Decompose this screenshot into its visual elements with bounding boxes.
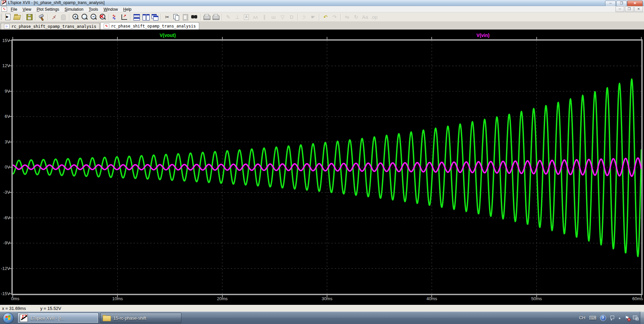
network-icon[interactable] bbox=[633, 316, 639, 320]
y-tick-label: 15V bbox=[0, 38, 10, 43]
run-simulation-icon[interactable]: メ bbox=[50, 13, 58, 21]
show-desktop-button[interactable] bbox=[640, 312, 644, 324]
waveform-plot-area[interactable]: V(vout)V(vin)15V12V9V6V3V0V-3V-6V-9V-12V… bbox=[0, 30, 644, 305]
y-tick-mark bbox=[9, 243, 11, 243]
x-tick-mark bbox=[117, 37, 118, 39]
taskbar-button-folder[interactable]: 15-rc-phase-shift bbox=[100, 313, 181, 323]
plot-frame bbox=[11, 39, 643, 295]
y-tick-label: -12V bbox=[0, 266, 10, 271]
control-panel-icon[interactable] bbox=[38, 13, 46, 21]
folder-icon bbox=[103, 315, 111, 321]
x-tick-mark bbox=[327, 37, 327, 39]
menu-plot-settings[interactable]: Plot Settings bbox=[34, 6, 62, 12]
menu-window[interactable]: Window bbox=[101, 6, 121, 12]
menu-view[interactable]: View bbox=[20, 6, 34, 12]
ltspice-logo-icon: 17 bbox=[1, 0, 6, 6]
plot-settings-axes-icon[interactable]: ↗ bbox=[120, 13, 128, 21]
language-indicator[interactable]: CH bbox=[579, 315, 585, 320]
halt-simulation-icon bbox=[59, 13, 67, 21]
taskbar-button-ltspice[interactable]: 17LTspice XVII - [r... bbox=[17, 313, 99, 323]
legend-vvin[interactable]: V(vin) bbox=[477, 33, 490, 38]
rotate-icon: ↻ bbox=[352, 13, 360, 21]
show-hidden-icons-icon[interactable]: ▲ bbox=[618, 316, 621, 320]
save-icon[interactable] bbox=[25, 13, 34, 21]
print-preview-icon[interactable] bbox=[212, 13, 220, 21]
taskbar: 17LTspice XVII - [r...15-rc-phase-shift … bbox=[0, 312, 644, 324]
tile-horizontal-icon[interactable] bbox=[132, 13, 141, 21]
cursor-x-readout: x = 31.69ms bbox=[2, 306, 26, 311]
copy-icon[interactable] bbox=[172, 13, 180, 21]
task-label: 15-rc-phase-shift bbox=[113, 316, 146, 321]
tab-label: rc_phase_shift_opamp_trans_analysis bbox=[11, 24, 96, 29]
window-title: LTspice XVII - [rc_phase_shift_opamp_tra… bbox=[8, 0, 105, 5]
menu-bar: ∿ FileViewPlot SettingsSimulationToolsWi… bbox=[0, 6, 644, 12]
toolbar-separator bbox=[222, 14, 222, 20]
y-tick-label: -3V bbox=[0, 190, 10, 195]
cascade-windows-icon[interactable] bbox=[151, 13, 159, 21]
new-schematic-icon[interactable]: ▶ bbox=[4, 13, 12, 21]
spice-directive-icon: .op bbox=[370, 13, 378, 21]
place-diode-icon: ▽ bbox=[278, 13, 287, 21]
legend-vvout[interactable]: V(vout) bbox=[160, 33, 176, 38]
windows-flag-icon bbox=[5, 315, 10, 320]
menu-help[interactable]: Help bbox=[120, 6, 134, 12]
y-tick-mark bbox=[9, 91, 11, 92]
zoom-area-icon[interactable]: + bbox=[71, 13, 80, 21]
child-close-button[interactable]: ✕ bbox=[634, 6, 643, 12]
toolbar-separator bbox=[35, 14, 36, 20]
toolbar-grip bbox=[1, 14, 2, 20]
toolbar-separator bbox=[109, 14, 109, 20]
place-component-icon: D bbox=[287, 13, 296, 21]
x-tick-mark bbox=[431, 295, 432, 297]
title-bar: 17 LTspice XVII - [rc_phase_shift_opamp_… bbox=[0, 0, 644, 6]
restore-button[interactable]: ❐ bbox=[616, 1, 627, 6]
child-minimize-button[interactable]: ─ bbox=[615, 6, 624, 12]
waveform-window-icon: ∿ bbox=[1, 7, 7, 12]
tab-schematic[interactable]: ▷rc_phase_shift_opamp_trans_analysis bbox=[1, 23, 100, 30]
menu-simulation[interactable]: Simulation bbox=[62, 6, 86, 12]
y-tick-label: 0V bbox=[0, 165, 10, 170]
zoom-pan-icon[interactable] bbox=[80, 13, 89, 21]
y-tick-label: -6V bbox=[0, 215, 10, 221]
draw-wire-icon: ✎ bbox=[224, 13, 232, 21]
open-file-icon[interactable] bbox=[13, 13, 21, 21]
toolbar-separator bbox=[200, 14, 201, 20]
tile-vertical-icon[interactable] bbox=[142, 13, 150, 21]
zoom-full-extents-icon[interactable]: ✕ bbox=[99, 13, 107, 21]
y-tick-mark bbox=[9, 142, 11, 142]
tab-waveform[interactable]: ∿rc_phase_shift_opamp_trans_analysis bbox=[100, 22, 199, 30]
toolbar-separator bbox=[340, 14, 341, 20]
autorange-y-axis-icon[interactable]: ∿∿ bbox=[111, 13, 119, 21]
action-center-icon[interactable]: ⚑✕ bbox=[625, 315, 629, 321]
toolbar-separator bbox=[298, 14, 298, 20]
menu-file[interactable]: File bbox=[8, 6, 20, 12]
cut-icon[interactable]: ✂ bbox=[163, 13, 171, 21]
close-button[interactable]: ✕ bbox=[627, 1, 643, 6]
waveform-canvas[interactable] bbox=[13, 41, 641, 294]
find-icon[interactable] bbox=[190, 13, 199, 21]
x-tick-mark bbox=[117, 295, 118, 297]
toolbar-separator bbox=[130, 14, 131, 20]
y-tick-mark bbox=[9, 167, 11, 168]
help-icon[interactable]: ? bbox=[600, 315, 606, 321]
start-button[interactable] bbox=[3, 313, 14, 324]
y-tick-mark bbox=[9, 40, 11, 41]
keyboard-icon[interactable]: ⌨ bbox=[589, 315, 596, 321]
minimize-button[interactable]: ─ bbox=[605, 1, 616, 6]
tray-overflow-icon[interactable]: ▾ bbox=[610, 316, 614, 320]
task-label: LTspice XVII - [r... bbox=[31, 316, 64, 321]
child-restore-button[interactable]: ❐ bbox=[625, 6, 634, 12]
undo-icon[interactable]: ↶ bbox=[321, 13, 330, 21]
menu-tools[interactable]: Tools bbox=[86, 6, 101, 12]
y-tick-mark bbox=[9, 268, 11, 269]
x-tick-mark bbox=[641, 295, 642, 297]
toolbar-separator bbox=[23, 14, 23, 20]
y-tick-label: 3V bbox=[0, 139, 10, 145]
system-tray: CH⌨?▾▲⚑✕ bbox=[579, 312, 639, 324]
print-icon[interactable] bbox=[203, 13, 211, 21]
y-tick-label: 6V bbox=[0, 114, 10, 119]
x-tick-mark bbox=[327, 295, 327, 297]
y-tick-mark bbox=[9, 192, 11, 193]
toolbar-separator bbox=[319, 14, 320, 20]
zoom-back-icon[interactable]: − bbox=[90, 13, 98, 21]
